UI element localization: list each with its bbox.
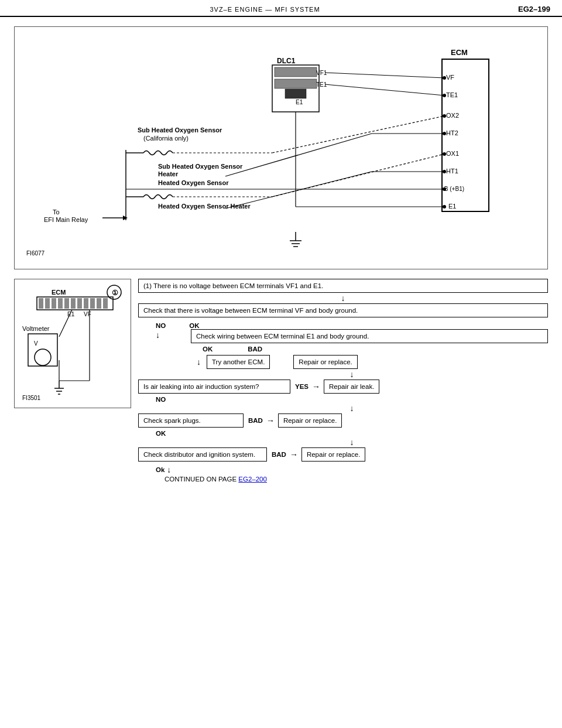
ecm-label: ECM bbox=[451, 48, 468, 57]
svg-rect-62 bbox=[58, 298, 63, 309]
svg-text:E1: E1 bbox=[448, 203, 456, 210]
page-header: 3VZ–E ENGINE — MFI SYSTEM EG2–199 bbox=[0, 0, 562, 17]
svg-text:HT2: HT2 bbox=[446, 129, 458, 136]
flow-step4-text: Is air leaking into air induction system… bbox=[143, 383, 259, 390]
svg-rect-20 bbox=[285, 89, 306, 98]
svg-text:VF: VF bbox=[446, 74, 454, 81]
svg-text:Heater: Heater bbox=[158, 170, 179, 177]
svg-rect-65 bbox=[77, 298, 82, 309]
svg-text:TE1: TE1 bbox=[446, 91, 458, 98]
ok4-label: Ok bbox=[156, 466, 165, 473]
svg-line-43 bbox=[225, 172, 372, 209]
svg-point-73 bbox=[35, 349, 51, 365]
svg-text:Sub Heated Oxygen Sensor: Sub Heated Oxygen Sensor bbox=[138, 127, 222, 134]
page-content: ECM VF TE1 OX2 HT2 OX1 HT1 +B (+B1) E1 bbox=[0, 17, 562, 492]
voltmeter-diagram-box: ① ECM Voltmeter bbox=[14, 279, 131, 408]
circuit-fig-label: FI6077 bbox=[26, 250, 45, 257]
bottom-section: ① ECM Voltmeter bbox=[14, 279, 548, 483]
svg-rect-67 bbox=[90, 298, 95, 309]
arrow-yes: → bbox=[312, 382, 320, 391]
flow-step4-box: Is air leaking into air induction system… bbox=[138, 380, 290, 394]
ok2-label: OK bbox=[203, 346, 213, 353]
arrow-ok2: ↓ bbox=[197, 357, 201, 367]
flow-repair1-text: Repair or replace. bbox=[299, 358, 352, 365]
svg-text:E1: E1 bbox=[296, 99, 303, 105]
svg-text:Heated Oxygen Sensor Heater: Heated Oxygen Sensor Heater bbox=[158, 203, 251, 210]
flow-repair-air-box: Repair air leak. bbox=[324, 380, 379, 394]
svg-text:Voltmeter: Voltmeter bbox=[22, 325, 50, 332]
svg-text:To: To bbox=[53, 209, 60, 216]
svg-text:V: V bbox=[34, 340, 38, 347]
flowchart: (1) There is no voltage between ECM term… bbox=[138, 279, 548, 483]
svg-line-41 bbox=[225, 134, 372, 176]
flow-step6-box: Check distributor and ignition system. bbox=[138, 447, 267, 462]
flow-try-ecm-box: Try another ECM. bbox=[207, 355, 270, 369]
flow-step3-box: Check wiring between ECM terminal E1 and… bbox=[191, 329, 548, 343]
svg-line-26 bbox=[325, 84, 444, 95]
voltmeter-fig-label: FI3501 bbox=[22, 395, 41, 401]
bad2-label: BAD bbox=[248, 417, 263, 424]
flow-repair1-box: Repair or replace. bbox=[293, 355, 357, 369]
flow-repair-air-text: Repair air leak. bbox=[329, 383, 374, 390]
flow-step1-text: (1) There is no voltage between ECM term… bbox=[143, 282, 323, 289]
flow-repair2-text: Repair or replace. bbox=[283, 417, 337, 424]
no2-label: NO bbox=[156, 396, 548, 403]
ok-label: OK bbox=[189, 322, 199, 329]
continued-link[interactable]: EG2–200 bbox=[238, 476, 267, 483]
svg-line-33 bbox=[272, 116, 444, 153]
yes-label: YES bbox=[295, 383, 309, 390]
arrow3: ↓ bbox=[156, 370, 548, 378]
svg-rect-59 bbox=[39, 298, 43, 309]
continued-text: CONTINUED ON PAGE bbox=[165, 476, 237, 483]
flow-step2-text: Check that there is voltage between ECM … bbox=[143, 307, 358, 314]
arrow5: ↓ bbox=[156, 438, 548, 446]
circuit-diagram-box: ECM VF TE1 OX2 HT2 OX1 HT1 +B (+B1) E1 bbox=[14, 26, 548, 269]
svg-text:ECM: ECM bbox=[52, 289, 66, 296]
svg-text:(California only): (California only) bbox=[143, 135, 189, 142]
svg-text:DLC1: DLC1 bbox=[277, 57, 296, 65]
svg-text:VF: VF bbox=[84, 311, 91, 317]
svg-rect-68 bbox=[97, 298, 101, 309]
svg-marker-49 bbox=[123, 216, 128, 220]
svg-rect-63 bbox=[64, 298, 69, 309]
page-number: EG2–199 bbox=[518, 5, 550, 13]
circuit-diagram-svg: ECM VF TE1 OX2 HT2 OX1 HT1 +B (+B1) E1 bbox=[20, 33, 536, 261]
svg-rect-69 bbox=[103, 298, 108, 309]
header-center: 3VZ–E ENGINE — MFI SYSTEM bbox=[210, 6, 320, 13]
svg-text:EFI Main Relay: EFI Main Relay bbox=[44, 216, 88, 223]
bad3-label: BAD bbox=[272, 451, 286, 458]
svg-text:Heated Oxygen Sensor: Heated Oxygen Sensor bbox=[158, 179, 229, 186]
arrow1: ↓ bbox=[138, 294, 548, 302]
svg-text:E1: E1 bbox=[67, 311, 75, 317]
svg-rect-71 bbox=[28, 334, 57, 366]
flow-step3-text: Check wiring between ECM terminal E1 and… bbox=[196, 333, 369, 340]
flow-repair2-box: Repair or replace. bbox=[278, 413, 342, 428]
svg-rect-19 bbox=[275, 79, 317, 88]
svg-text:HT1: HT1 bbox=[446, 168, 458, 175]
flow-try-ecm-text: Try another ECM. bbox=[212, 358, 265, 365]
no-label: NO bbox=[156, 322, 166, 329]
flow-step5-text: Check spark plugs. bbox=[143, 417, 201, 424]
svg-rect-60 bbox=[45, 298, 50, 309]
arrow-continued: ↓ bbox=[167, 465, 171, 474]
svg-rect-64 bbox=[71, 298, 76, 309]
svg-rect-18 bbox=[275, 67, 317, 77]
svg-rect-61 bbox=[52, 298, 56, 309]
arrow-bad3: → bbox=[290, 450, 298, 459]
flow-step1-box: (1) There is no voltage between ECM term… bbox=[138, 279, 548, 293]
ok3-label: OK bbox=[156, 430, 548, 437]
svg-text:Sub Heated Oxygen Sensor: Sub Heated Oxygen Sensor bbox=[158, 163, 243, 170]
svg-text:OX2: OX2 bbox=[446, 112, 459, 119]
voltmeter-svg: ① ECM Voltmeter bbox=[19, 284, 128, 401]
svg-line-25 bbox=[325, 73, 444, 78]
svg-text:①: ① bbox=[112, 289, 118, 297]
flow-repair3-text: Repair or replace. bbox=[307, 451, 360, 458]
flow-step6-text: Check distributor and ignition system. bbox=[143, 451, 255, 458]
arrow4: ↓ bbox=[156, 404, 548, 412]
bad1-label: BAD bbox=[248, 346, 262, 353]
flow-step5-box: Check spark plugs. bbox=[138, 413, 244, 428]
svg-rect-66 bbox=[84, 298, 88, 309]
arrow-bad2: → bbox=[266, 416, 275, 425]
flow-repair3-box: Repair or replace. bbox=[301, 447, 365, 462]
flow-step2-box: Check that there is voltage between ECM … bbox=[138, 303, 548, 317]
